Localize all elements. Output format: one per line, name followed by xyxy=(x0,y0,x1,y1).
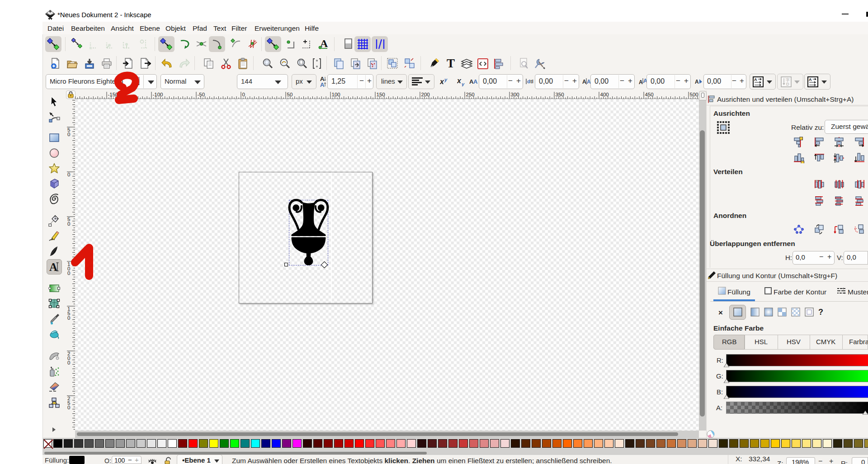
svg-text:d: d xyxy=(527,79,530,84)
svg-text:A: A xyxy=(587,79,590,85)
svg-text:0: 0 xyxy=(67,360,70,365)
svg-text:200: 200 xyxy=(421,92,430,97)
svg-text:A: A xyxy=(695,79,699,85)
svg-text:A: A xyxy=(754,77,757,82)
svg-text:y: y xyxy=(444,77,448,82)
svg-text:250: 250 xyxy=(466,92,475,97)
svg-text:0: 0 xyxy=(67,315,70,321)
svg-text:-100: -100 xyxy=(153,92,163,97)
svg-text:x: x xyxy=(457,77,462,85)
svg-text:y: y xyxy=(461,81,465,86)
svg-text:0: 0 xyxy=(67,405,70,410)
svg-text:350: 350 xyxy=(556,92,564,97)
svg-text:0: 0 xyxy=(242,92,245,97)
svg-text:100: 100 xyxy=(332,92,340,97)
svg-text:A: A xyxy=(639,79,643,85)
svg-text:400: 400 xyxy=(600,92,609,97)
svg-text:A: A xyxy=(49,261,57,273)
svg-text:-50: -50 xyxy=(198,92,205,97)
svg-text:x: x xyxy=(440,78,444,85)
svg-text:A: A xyxy=(582,79,586,85)
svg-text:150: 150 xyxy=(377,92,385,97)
svg-text:D: D xyxy=(786,82,789,86)
svg-text:450: 450 xyxy=(645,92,654,97)
svg-text:A: A xyxy=(809,77,812,82)
svg-text:A: A xyxy=(320,81,325,88)
svg-text:300: 300 xyxy=(511,92,519,97)
svg-text:500: 500 xyxy=(690,92,698,97)
svg-text:tl: tl xyxy=(530,79,533,84)
svg-text:A: A xyxy=(473,78,478,85)
svg-text:50: 50 xyxy=(287,92,293,97)
svg-text:T: T xyxy=(447,57,455,70)
